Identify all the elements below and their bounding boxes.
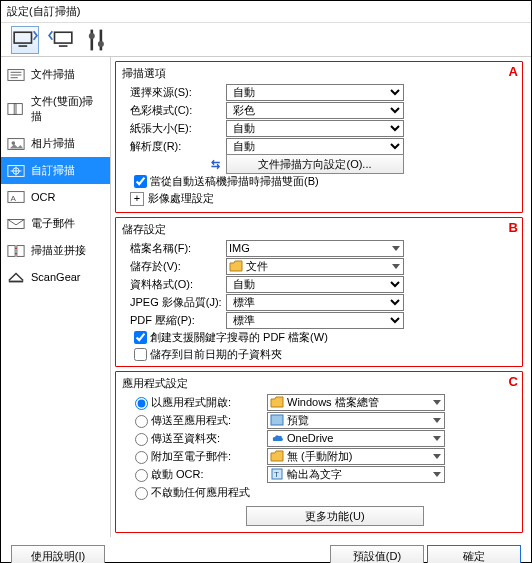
- label-jpeg-quality: JPEG 影像品質(J):: [130, 295, 226, 310]
- sidebar-item-custom[interactable]: 自訂掃描: [1, 157, 110, 184]
- sidebar-item-ocr[interactable]: A OCR: [1, 184, 110, 210]
- help-button[interactable]: 使用說明(I): [11, 545, 105, 563]
- svg-rect-28: [271, 415, 283, 425]
- svg-rect-4: [91, 29, 94, 50]
- checkbox-date-subfolder[interactable]: [134, 348, 147, 361]
- tools-icon[interactable]: [83, 26, 111, 54]
- photo-scan-icon: [7, 137, 25, 151]
- select-colormode[interactable]: 彩色: [226, 102, 404, 119]
- section-badge-c: C: [509, 374, 518, 389]
- combo-start-ocr[interactable]: T 輸出為文字: [267, 466, 445, 483]
- checkbox-duplex-adf[interactable]: [134, 175, 147, 188]
- ok-button[interactable]: 確定: [427, 545, 521, 563]
- sidebar-item-duplex[interactable]: 文件(雙面)掃描: [1, 88, 110, 130]
- more-functions-button[interactable]: 更多功能(U): [246, 506, 424, 526]
- text-output-icon: T: [270, 468, 284, 480]
- section-application-settings: C 應用程式設定 以應用程式開啟: Windows 檔案總管 傳送至應用程式: …: [115, 371, 523, 533]
- svg-rect-6: [100, 29, 103, 50]
- image-processing-label: 影像處理設定: [148, 191, 214, 206]
- label-source: 選擇來源(S):: [130, 85, 226, 100]
- explorer-icon: [270, 396, 284, 408]
- svg-text:T: T: [274, 470, 279, 479]
- checkbox-duplex-adf-label: 當從自動送稿機掃描時掃描雙面(B): [150, 174, 319, 189]
- combo-attach-email[interactable]: 無 (手動附加): [267, 448, 445, 465]
- document-scan-icon: [7, 68, 25, 82]
- section-scan-options: A 掃描選項 選擇來源(S): 自動 色彩模式(C): 彩色 紙張大小(E): …: [115, 61, 523, 213]
- label-attach-email: 附加至電子郵件:: [151, 449, 267, 464]
- ocr-icon: A: [7, 190, 25, 204]
- label-format: 資料格式(O):: [130, 277, 226, 292]
- to-computer-icon[interactable]: [47, 26, 75, 54]
- label-send-to-folder: 傳送至資料夾:: [151, 431, 267, 446]
- svg-point-7: [98, 40, 104, 46]
- select-jpeg-quality[interactable]: 標準: [226, 294, 404, 311]
- svg-text:A: A: [11, 194, 17, 203]
- combo-send-to-app[interactable]: 預覽: [267, 412, 445, 429]
- onedrive-icon: [270, 432, 284, 444]
- select-papersize[interactable]: 自動: [226, 120, 404, 137]
- from-computer-icon[interactable]: [11, 26, 39, 54]
- main-panel: A 掃描選項 選擇來源(S): 自動 色彩模式(C): 彩色 紙張大小(E): …: [111, 57, 531, 537]
- svg-rect-24: [17, 245, 24, 256]
- label-open-with-app: 以應用程式開啟:: [151, 395, 267, 410]
- svg-rect-3: [59, 45, 68, 47]
- custom-scan-icon: [7, 164, 25, 178]
- expand-image-processing[interactable]: +: [130, 192, 144, 206]
- folder-yellow-icon: [270, 450, 284, 462]
- sidebar-label: 文件(雙面)掃描: [31, 94, 104, 124]
- label-filename: 檔案名稱(F):: [130, 241, 226, 256]
- select-source[interactable]: 自動: [226, 84, 404, 101]
- sidebar-label: 掃描並拼接: [31, 243, 86, 258]
- select-pdf-compress[interactable]: 標準: [226, 312, 404, 329]
- section-title-c: 應用程式設定: [116, 372, 522, 393]
- select-format[interactable]: 自動: [226, 276, 404, 293]
- preview-icon: [270, 414, 284, 426]
- sidebar-item-stitch[interactable]: 掃描並拼接: [1, 237, 110, 264]
- radio-open-with-app[interactable]: [135, 397, 148, 410]
- label-papersize: 紙張大小(E):: [130, 121, 226, 136]
- sidebar-label: 自訂掃描: [31, 163, 75, 178]
- sidebar-item-scangear[interactable]: ScanGear: [1, 264, 110, 290]
- orientation-settings-button[interactable]: 文件掃描方向設定(O)...: [226, 154, 404, 174]
- sidebar-item-document[interactable]: 文件掃描: [1, 61, 110, 88]
- sidebar-item-photo[interactable]: 相片掃描: [1, 130, 110, 157]
- combo-savein[interactable]: 文件: [226, 258, 404, 275]
- folder-icon: [229, 260, 243, 272]
- sidebar: 文件掃描 文件(雙面)掃描 相片掃描 自訂掃描 A OCR 電子郵件: [1, 57, 111, 537]
- radio-send-to-app[interactable]: [135, 415, 148, 428]
- svg-rect-27: [9, 281, 23, 283]
- sidebar-label: 文件掃描: [31, 67, 75, 82]
- radio-send-to-folder[interactable]: [135, 433, 148, 446]
- section-badge-b: B: [509, 220, 518, 235]
- combo-open-with-app[interactable]: Windows 檔案總管: [267, 394, 445, 411]
- dialog-window: 設定(自訂掃描) 文件掃描 文件(雙面)掃描 相片掃描: [0, 0, 532, 563]
- svg-rect-23: [8, 245, 15, 256]
- checkbox-pdf-searchable-label: 創建支援關鍵字搜尋的 PDF 檔案(W): [150, 330, 328, 345]
- radio-do-nothing[interactable]: [135, 487, 148, 500]
- select-resolution[interactable]: 自動: [226, 138, 404, 155]
- checkbox-date-subfolder-label: 儲存到目前日期的子資料夾: [150, 347, 282, 362]
- sidebar-label: OCR: [31, 191, 55, 203]
- defaults-button[interactable]: 預設值(D): [330, 545, 424, 563]
- combo-send-to-folder[interactable]: OneDrive: [267, 430, 445, 447]
- section-save-settings: B 儲存設定 檔案名稱(F): IMG 儲存於(V): 文件: [115, 217, 523, 367]
- sidebar-item-email[interactable]: 電子郵件: [1, 210, 110, 237]
- section-badge-a: A: [509, 64, 518, 79]
- toolbar: [1, 23, 531, 57]
- footer: 使用說明(I) 預設值(D) 確定: [1, 537, 531, 563]
- radio-attach-email[interactable]: [135, 451, 148, 464]
- svg-point-5: [89, 33, 95, 39]
- label-pdf-compress: PDF 壓縮(P):: [130, 313, 226, 328]
- stitch-icon: [7, 244, 25, 258]
- label-send-to-app: 傳送至應用程式:: [151, 413, 267, 428]
- combo-filename[interactable]: IMG: [226, 240, 404, 257]
- section-title-b: 儲存設定: [116, 218, 522, 239]
- title-text: 設定(自訂掃描): [7, 5, 80, 17]
- title-bar: 設定(自訂掃描): [1, 1, 531, 23]
- section-title-a: 掃描選項: [116, 62, 522, 83]
- label-start-ocr: 啟動 OCR:: [151, 467, 267, 482]
- duplex-scan-icon: [7, 102, 25, 116]
- checkbox-pdf-searchable[interactable]: [134, 331, 147, 344]
- radio-start-ocr[interactable]: [135, 469, 148, 482]
- svg-rect-13: [14, 104, 22, 115]
